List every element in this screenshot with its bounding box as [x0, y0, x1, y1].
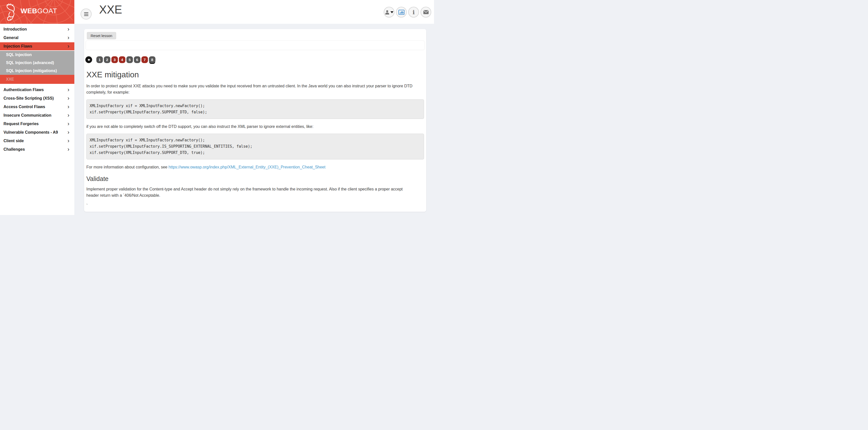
- sidebar-item-cross-site-scripting[interactable]: Cross-Site Scripting (XSS) ›: [0, 94, 74, 102]
- sidebar-item-injection-flaws[interactable]: Injection Flaws ›: [0, 42, 74, 50]
- page-pill-8-current[interactable]: 8: [149, 56, 155, 63]
- sidebar-item-label: SQL Injection: [6, 53, 32, 57]
- sidebar-item-label: SQL Injection (advanced): [6, 61, 54, 65]
- page-pills: 1 2 3 4 5 6 7 8: [96, 56, 155, 63]
- chevron-right-icon: ›: [68, 130, 69, 135]
- sidebar-item-label: Injection Flaws: [3, 44, 32, 49]
- page-pill-4[interactable]: 4: [119, 56, 125, 63]
- goat-logo-icon: [3, 3, 17, 21]
- sidebar: WEBGOAT Introduction › General › Injecti…: [0, 0, 74, 215]
- lesson-content: XXE mitigation In order to protect again…: [84, 70, 426, 209]
- brand-web-label: WEB: [21, 7, 37, 15]
- menu-toggle-button[interactable]: [81, 8, 92, 20]
- chevron-right-icon: ›: [68, 44, 69, 49]
- code-block: XMLInputFactory xif = XMLInputFactory.ne…: [86, 134, 424, 159]
- brand-banner: WEBGOAT: [0, 0, 74, 24]
- sidebar-item-label: Client side: [3, 139, 24, 143]
- back-arrow-icon: [87, 58, 91, 62]
- sidebar-item-insecure-communication[interactable]: Insecure Communication ›: [0, 112, 74, 119]
- page-title: XXE: [99, 3, 122, 16]
- top-bar: XXE i: [74, 0, 434, 24]
- menu-icon: [84, 12, 88, 13]
- sidebar-item-label: Vulnerable Components - A9: [3, 130, 58, 135]
- chevron-right-icon: ›: [68, 147, 69, 152]
- validate-heading: Validate: [86, 175, 424, 182]
- chevron-right-icon: ›: [68, 139, 69, 144]
- lesson-paragraph: if you are not able to completely switch…: [86, 123, 414, 130]
- sidebar-item-introduction[interactable]: Introduction ›: [0, 25, 74, 33]
- chevron-right-icon: ›: [68, 104, 69, 110]
- sidebar-item-client-side[interactable]: Client side ›: [0, 137, 74, 145]
- sidebar-item-label: Access Control Flaws: [3, 104, 45, 109]
- lesson-pagination: 1 2 3 4 5 6 7 8: [85, 56, 426, 63]
- owasp-cheat-sheet-link[interactable]: https://www.owasp.org/index.php/XML_Exte…: [168, 165, 326, 169]
- lesson-paragraph: For more information about configuration…: [86, 164, 414, 170]
- sidebar-item-sql-injection-mitigations[interactable]: SQL Injection (mitigations): [0, 67, 74, 75]
- user-icon: [385, 10, 390, 15]
- sidebar-item-label: Challenges: [3, 147, 25, 152]
- sidebar-item-label: Insecure Communication: [3, 113, 51, 118]
- link-intro-text: For more information about configuration…: [86, 165, 168, 169]
- sidebar-item-authentication-flaws[interactable]: Authentication Flaws ›: [0, 86, 74, 94]
- sidebar-item-label: Authentication Flaws: [3, 88, 44, 92]
- chevron-right-icon: ›: [68, 87, 69, 92]
- sidebar-item-request-forgeries[interactable]: Request Forgeries ›: [0, 120, 74, 128]
- lesson-menu: Introduction › General › Injection Flaws…: [0, 24, 74, 153]
- sidebar-item-challenges[interactable]: Challenges ›: [0, 146, 74, 153]
- mail-icon: [423, 10, 429, 14]
- page-pill-5[interactable]: 5: [126, 56, 133, 63]
- sidebar-item-sql-injection-advanced[interactable]: SQL Injection (advanced): [0, 59, 74, 67]
- menu-icon: [84, 14, 88, 14]
- page-pill-1[interactable]: 1: [96, 56, 103, 63]
- sidebar-item-label: Introduction: [3, 27, 27, 32]
- code-block: XMLInputFactory xif = XMLInputFactory.ne…: [86, 99, 424, 119]
- sidebar-item-label: XXE: [6, 77, 14, 82]
- sidebar-item-xxe[interactable]: XXE: [0, 75, 74, 84]
- info-icon: i: [412, 9, 415, 15]
- contact-button[interactable]: [421, 7, 431, 18]
- previous-page-button[interactable]: [85, 56, 92, 63]
- lesson-paragraph: Implement proper validation for the Cont…: [86, 186, 414, 198]
- header-actions: i: [384, 7, 431, 18]
- stray-backtick-text: `: [86, 203, 414, 209]
- sidebar-item-label: SQL Injection (mitigations): [6, 69, 57, 73]
- menu-icon: [84, 15, 88, 16]
- page-pill-6[interactable]: 6: [134, 56, 141, 63]
- bar-chart-icon: [399, 10, 404, 15]
- chevron-right-icon: ›: [68, 113, 69, 118]
- page-pill-3[interactable]: 3: [112, 56, 118, 63]
- lesson-toolbar: Reset lesson: [84, 29, 426, 39]
- chevron-right-icon: ›: [68, 96, 69, 101]
- main-content: Reset lesson 1 2 3 4 5 6 7 8 XXE mitigat…: [74, 24, 434, 215]
- reset-lesson-button[interactable]: Reset lesson: [87, 32, 116, 39]
- page-pill-2[interactable]: 2: [104, 56, 111, 63]
- caret-down-icon: [391, 11, 394, 13]
- sidebar-item-label: General: [3, 35, 19, 40]
- brand-goat-label: GOAT: [37, 7, 57, 15]
- page-pill-7[interactable]: 7: [142, 56, 148, 63]
- lesson-action-panel: [86, 41, 425, 50]
- chevron-right-icon: ›: [68, 121, 69, 126]
- sidebar-item-access-control-flaws[interactable]: Access Control Flaws ›: [0, 103, 74, 111]
- chevron-right-icon: ›: [68, 35, 69, 40]
- lesson-heading: XXE mitigation: [86, 70, 424, 79]
- sidebar-item-vulnerable-components[interactable]: Vulnerable Components - A9 ›: [0, 128, 74, 136]
- sidebar-item-sql-injection[interactable]: SQL Injection: [0, 51, 74, 59]
- lesson-card: Reset lesson 1 2 3 4 5 6 7 8 XXE mitigat…: [84, 29, 426, 212]
- sidebar-item-general[interactable]: General ›: [0, 34, 74, 42]
- sidebar-item-label: Cross-Site Scripting (XSS): [3, 96, 54, 101]
- sidebar-item-label: Request Forgeries: [3, 122, 38, 126]
- scoreboard-button[interactable]: [396, 7, 407, 18]
- about-button[interactable]: i: [408, 7, 419, 18]
- lesson-paragraph: In order to protect against XXE attacks …: [86, 83, 414, 95]
- chevron-right-icon: ›: [68, 27, 69, 32]
- brand-wordmark: WEBGOAT: [21, 7, 57, 15]
- user-menu-button[interactable]: [384, 7, 395, 18]
